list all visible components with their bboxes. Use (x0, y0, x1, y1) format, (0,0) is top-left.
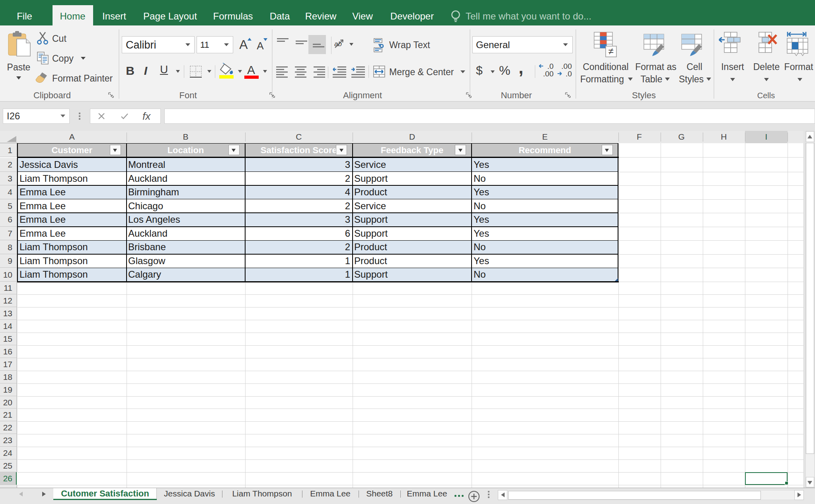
svg-text:ab: ab (334, 40, 342, 48)
svg-text:.00: .00 (543, 70, 554, 78)
svg-text:A: A (247, 64, 255, 76)
svg-text:≠: ≠ (608, 46, 613, 56)
svg-text:.0: .0 (565, 70, 572, 78)
